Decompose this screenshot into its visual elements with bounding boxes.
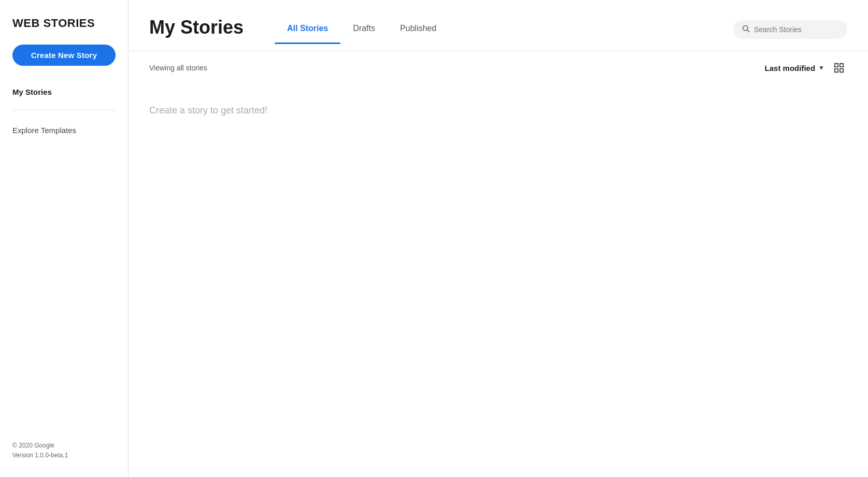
empty-state-message: Create a story to get started! xyxy=(149,105,847,116)
sort-label: Last modified xyxy=(765,64,816,73)
search-box[interactable] xyxy=(733,20,847,39)
tabs-container: All Stories Drafts Published xyxy=(275,24,702,44)
sidebar: WEB STORIES Create New Story My Stories … xyxy=(0,0,129,477)
app-title: WEB STORIES xyxy=(12,17,116,30)
main-content-area: My Stories All Stories Drafts Published … xyxy=(129,0,868,477)
toolbar-right: Last modified ▼ xyxy=(765,60,847,76)
tab-drafts[interactable]: Drafts xyxy=(340,24,388,44)
svg-line-1 xyxy=(747,30,749,32)
sidebar-item-explore-templates[interactable]: Explore Templates xyxy=(12,123,116,138)
search-input[interactable] xyxy=(754,25,839,34)
search-container xyxy=(733,20,847,39)
svg-rect-3 xyxy=(840,64,843,67)
sidebar-footer: © 2020 Google Version 1.0.0-beta.1 xyxy=(12,441,68,460)
svg-rect-4 xyxy=(835,69,838,72)
grid-view-toggle[interactable] xyxy=(831,60,847,76)
main-header: My Stories All Stories Drafts Published xyxy=(129,0,868,51)
main-toolbar: Viewing all stories Last modified ▼ xyxy=(129,51,868,84)
sidebar-divider xyxy=(12,110,116,110)
viewing-label: Viewing all stories xyxy=(149,64,207,72)
sidebar-navigation: My Stories Explore Templates xyxy=(12,84,116,138)
search-icon xyxy=(742,24,750,35)
create-new-story-button[interactable]: Create New Story xyxy=(12,45,116,66)
tab-all-stories[interactable]: All Stories xyxy=(275,24,340,44)
sidebar-item-my-stories[interactable]: My Stories xyxy=(12,84,116,99)
page-title: My Stories xyxy=(149,17,244,51)
svg-rect-2 xyxy=(835,64,838,67)
copyright-text: © 2020 Google xyxy=(12,441,68,451)
sort-dropdown[interactable]: Last modified ▼ xyxy=(765,64,824,73)
version-text: Version 1.0.0-beta.1 xyxy=(12,451,68,460)
chevron-down-icon: ▼ xyxy=(818,64,824,71)
tab-published[interactable]: Published xyxy=(388,24,449,44)
stories-content: Create a story to get started! xyxy=(129,84,868,477)
svg-rect-5 xyxy=(840,69,843,72)
